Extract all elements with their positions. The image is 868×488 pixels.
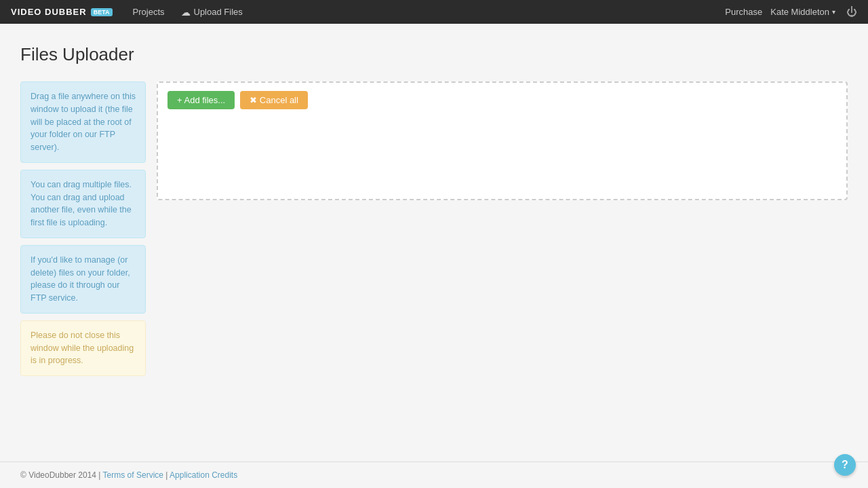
main-content: Files Uploader Drag a file anywhere on t…	[0, 24, 868, 462]
nav-projects[interactable]: Projects	[126, 4, 172, 20]
footer-tos-link[interactable]: Terms of Service	[103, 470, 163, 480]
beta-badge: BETA	[91, 8, 113, 16]
drop-zone	[167, 116, 837, 191]
info-box-ftp: If you'd like to manage (or delete) file…	[20, 245, 146, 314]
navbar: VIDEO DUBBER BETA Projects ☁ Upload File…	[0, 0, 868, 24]
navbar-right: Purchase Kate Middleton ▾ ⏻	[725, 6, 857, 18]
help-button[interactable]: ?	[834, 454, 856, 476]
user-name: Kate Middleton	[770, 7, 829, 17]
footer: © VideoDubber 2014 | Terms of Service | …	[0, 462, 868, 488]
cloud-icon: ☁	[181, 7, 191, 18]
add-files-button[interactable]: + Add files...	[167, 91, 235, 109]
page-title: Files Uploader	[20, 44, 848, 65]
footer-credits-link[interactable]: Application Credits	[170, 470, 237, 480]
upload-area: + Add files... ✖ Cancel all	[157, 81, 848, 200]
info-box-multiple: You can drag multiple files. You can dra…	[20, 170, 146, 238]
nav-upload[interactable]: ☁ Upload Files	[174, 4, 250, 20]
footer-copyright: © VideoDubber 2014 |	[20, 470, 103, 480]
logout-icon[interactable]: ⏻	[846, 6, 857, 18]
nav-links: Projects ☁ Upload Files	[126, 4, 712, 20]
upload-toolbar: + Add files... ✖ Cancel all	[167, 91, 837, 109]
brand: VIDEO DUBBER BETA	[11, 7, 113, 17]
brand-name: VIDEO DUBBER	[11, 7, 87, 17]
user-dropdown[interactable]: Kate Middleton ▾	[770, 7, 835, 17]
info-panel: Drag a file anywhere on this window to u…	[20, 81, 146, 376]
info-box-drag: Drag a file anywhere on this window to u…	[20, 81, 146, 163]
uploader-layout: Drag a file anywhere on this window to u…	[20, 81, 848, 376]
nav-upload-label: Upload Files	[194, 7, 243, 17]
footer-separator: |	[163, 470, 170, 480]
chevron-down-icon: ▾	[832, 8, 835, 16]
cancel-all-button[interactable]: ✖ Cancel all	[240, 91, 308, 109]
purchase-link[interactable]: Purchase	[725, 7, 762, 17]
warning-box: Please do not close this window while th…	[20, 320, 146, 376]
